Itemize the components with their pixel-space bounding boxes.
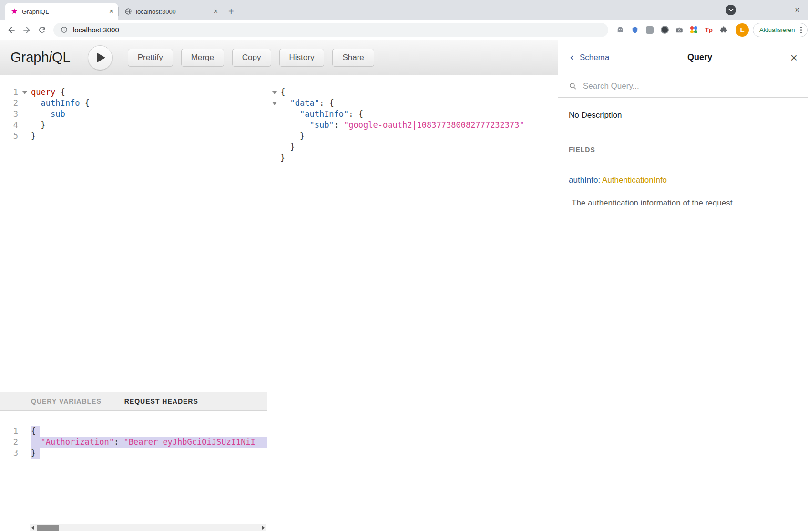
tab-close-icon[interactable]: × — [109, 8, 113, 15]
tp-extension-icon[interactable]: Tp — [704, 25, 714, 35]
tab-request-headers[interactable]: REQUEST HEADERS — [124, 398, 198, 405]
code-line: { — [268, 87, 558, 98]
tab-graphiql[interactable]: GraphiQL × — [5, 3, 118, 20]
line-number: 5 — [0, 131, 18, 142]
fold-arrow-icon[interactable] — [18, 87, 31, 98]
toolbar-button-history[interactable]: History — [279, 49, 325, 67]
code-text: } — [280, 142, 295, 153]
line-number: 1 — [0, 426, 18, 437]
fold-gutter — [18, 437, 31, 448]
query-editor[interactable]: 1query {2 authInfo {3 sub4 }5} — [0, 75, 267, 392]
query-pane: 1query {2 authInfo {3 sub4 }5} QUERY VAR… — [0, 75, 267, 532]
ghost-extension-icon[interactable] — [615, 25, 625, 35]
chevron-left-icon — [569, 54, 576, 61]
code-text: { — [31, 426, 40, 437]
browser-window: GraphiQL × localhost:3000 × + × — [0, 0, 808, 532]
minimize-button[interactable] — [744, 0, 765, 20]
forward-button[interactable] — [19, 22, 34, 38]
doc-title: Query — [609, 52, 790, 62]
url-field[interactable]: localhost:3000 — [53, 23, 608, 37]
line-number: 3 — [0, 109, 18, 120]
doc-back-link[interactable]: Schema — [569, 53, 609, 62]
tab-close-icon[interactable]: × — [214, 8, 218, 15]
doc-fields-heading: FIELDS — [569, 146, 595, 153]
site-info-icon[interactable] — [60, 26, 68, 34]
scroll-left-icon[interactable] — [30, 524, 36, 531]
toolbar-button-merge[interactable]: Merge — [181, 49, 224, 67]
request-headers-editor[interactable]: 1{2 "Authorization": "Bearer eyJhbGciOiJ… — [0, 411, 267, 532]
scroll-right-icon[interactable] — [260, 524, 266, 531]
doc-explorer-header: Schema Query × — [558, 40, 808, 75]
doc-field-type-link[interactable]: AuthenticationInfo — [602, 175, 667, 184]
new-tab-button[interactable]: + — [223, 3, 240, 20]
square-extension-icon[interactable] — [644, 25, 655, 35]
toolbar-button-prettify[interactable]: Prettify — [128, 49, 173, 67]
fold-gutter — [268, 153, 280, 164]
scrollbar-thumb[interactable] — [37, 525, 59, 531]
doc-close-icon[interactable]: × — [790, 51, 798, 64]
doc-search-box — [558, 75, 808, 98]
fold-arrow-icon[interactable] — [268, 98, 280, 109]
tab-strip: GraphiQL × localhost:3000 × + × — [0, 0, 808, 20]
url-text: localhost:3000 — [73, 26, 119, 34]
fold-gutter — [18, 120, 31, 131]
extensions-toolbar: Tp — [615, 25, 729, 35]
graphiql-topbar: GraphiQL PrettifyMergeCopyHistoryShare — [0, 40, 558, 75]
code-line: 3} — [0, 448, 267, 459]
code-text: "Authorization": "Bearer eyJhbGciOiJSUzI… — [31, 437, 267, 448]
code-text: } — [280, 153, 285, 164]
shield-extension-icon[interactable] — [630, 25, 640, 35]
window-close-button[interactable]: × — [787, 0, 808, 20]
fold-gutter — [18, 448, 31, 459]
doc-field-name-link[interactable]: authInfo — [569, 175, 598, 184]
code-line: 1query { — [0, 87, 267, 98]
code-text: sub — [31, 109, 65, 120]
chrome-update-label: Aktualisieren — [759, 26, 795, 33]
tab-title: localhost:3000 — [136, 8, 211, 15]
dark-circle-extension-icon[interactable] — [659, 25, 670, 35]
chrome-update-button[interactable]: Aktualisieren — [753, 23, 808, 37]
line-number: 3 — [0, 448, 18, 459]
code-line: 4 } — [0, 120, 267, 131]
line-number: 2 — [0, 437, 18, 448]
fold-gutter — [268, 109, 280, 120]
code-text: } — [31, 120, 46, 131]
fold-arrow-icon[interactable] — [268, 87, 280, 98]
code-line: 5} — [0, 131, 267, 142]
code-line: } — [268, 131, 558, 142]
code-line: "data": { — [268, 98, 558, 109]
doc-no-description: No Description — [569, 111, 622, 120]
code-text: } — [31, 131, 36, 142]
fold-gutter — [18, 426, 31, 437]
play-icon — [97, 53, 105, 62]
profile-avatar[interactable]: L — [736, 23, 749, 37]
maximize-button[interactable] — [765, 0, 787, 20]
doc-search-input[interactable] — [582, 81, 798, 92]
tab-query-variables[interactable]: QUERY VARIABLES — [31, 398, 102, 405]
code-text: } — [31, 448, 40, 459]
execute-query-button[interactable] — [88, 45, 113, 70]
colorful-extension-icon[interactable] — [689, 25, 699, 35]
window-controls: × — [726, 0, 808, 20]
doc-explorer-panel: No Description FIELDS authInfo: Authenti… — [558, 75, 808, 532]
fold-gutter — [18, 131, 31, 142]
response-viewer: { "data": { "authInfo": { "sub": "google… — [268, 75, 558, 532]
code-line: } — [268, 153, 558, 164]
code-text: "sub": "google-oauth2|108377380082777232… — [280, 120, 524, 131]
code-line: 2 "Authorization": "Bearer eyJhbGciOiJSU… — [0, 437, 267, 448]
code-line: 2 authInfo { — [0, 98, 267, 109]
tab-search-icon[interactable] — [726, 5, 736, 15]
tab-localhost[interactable]: localhost:3000 × — [119, 3, 223, 20]
extensions-puzzle-icon[interactable] — [718, 25, 729, 35]
line-number: 4 — [0, 120, 18, 131]
code-text: { — [280, 87, 285, 98]
tab-title: GraphiQL — [22, 8, 106, 15]
reload-button[interactable] — [34, 22, 50, 38]
back-button[interactable] — [4, 22, 19, 38]
code-text: "authInfo": { — [280, 109, 363, 120]
camera-extension-icon[interactable] — [674, 25, 685, 35]
browser-menu-icon[interactable] — [799, 27, 803, 33]
toolbar-button-copy[interactable]: Copy — [232, 49, 271, 67]
horizontal-scrollbar[interactable] — [30, 524, 266, 531]
toolbar-button-share[interactable]: Share — [332, 49, 374, 67]
